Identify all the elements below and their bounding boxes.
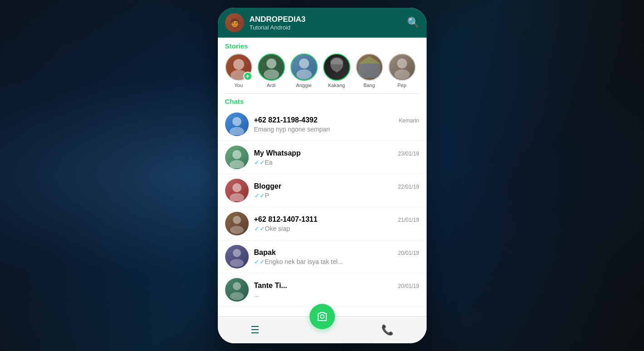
svg-point-21 bbox=[230, 292, 244, 300]
app-header: 🧑 ANDROPEDIA3 Tutorial Android 🔍 bbox=[218, 8, 427, 38]
story-avatar-kakang bbox=[323, 54, 350, 81]
story-name-you: You bbox=[234, 83, 243, 88]
story-avatar-bang bbox=[356, 54, 383, 81]
chat-item-5[interactable]: Bapak 20/01/19 ✓✓Engko nek bar isya tak … bbox=[218, 240, 427, 273]
story-name-pep: Pep bbox=[398, 83, 407, 88]
chat-avatar-4 bbox=[225, 212, 249, 235]
chat-time-4: 21/01/19 bbox=[398, 217, 419, 223]
menu-icon[interactable]: ☰ bbox=[251, 324, 260, 336]
chat-time-5: 20/01/19 bbox=[398, 250, 419, 256]
app-title: ANDROPEDIA3 bbox=[250, 15, 402, 24]
story-avatar-wrap-pep bbox=[388, 54, 416, 81]
svg-point-17 bbox=[230, 226, 244, 234]
phone-icon[interactable]: 📞 bbox=[381, 324, 393, 336]
svg-rect-6 bbox=[359, 63, 380, 78]
header-avatar-icon: 🧑 bbox=[230, 18, 240, 28]
svg-point-16 bbox=[233, 216, 241, 224]
story-avatar-wrap-bang bbox=[356, 54, 383, 81]
stories-list: + You Ardi bbox=[218, 54, 427, 93]
chat-top-2: My Whatsapp 23/01/19 bbox=[254, 149, 419, 157]
story-item-ardi[interactable]: Ardi bbox=[258, 54, 285, 88]
chat-preview-1: Emang nyp ngone sempan bbox=[254, 126, 419, 133]
chat-name-3: Blogger bbox=[254, 182, 281, 190]
chat-name-4: +62 812-1407-1311 bbox=[254, 215, 318, 224]
chat-name-6: Tante Ti... bbox=[254, 282, 287, 290]
svg-point-15 bbox=[230, 193, 244, 201]
story-add-btn[interactable]: + bbox=[243, 72, 252, 81]
svg-point-0 bbox=[233, 59, 244, 70]
story-name-bang: Bang bbox=[364, 83, 375, 88]
story-avatar-wrap-anggie bbox=[290, 54, 318, 81]
chat-preview-4: ✓✓Oke siap bbox=[254, 225, 419, 232]
chat-avatar-5 bbox=[225, 245, 249, 268]
story-avatar-wrap-you: + bbox=[225, 54, 252, 81]
story-item-you[interactable]: + You bbox=[225, 54, 252, 88]
search-icon[interactable]: 🔍 bbox=[407, 17, 419, 29]
bottom-bar: ☰ 📞 bbox=[218, 316, 427, 343]
story-avatar-wrap-kakang bbox=[323, 54, 350, 81]
story-avatar-ardi bbox=[258, 54, 285, 81]
chat-item-6[interactable]: Tante Ti... 20/01/19 ... bbox=[218, 273, 427, 307]
chat-top-5: Bapak 20/01/19 bbox=[254, 249, 419, 257]
story-item-pep[interactable]: Pep bbox=[388, 54, 416, 88]
chat-list: +62 821-1198-4392 Kemarin Emang nyp ngon… bbox=[218, 108, 427, 307]
stories-label: Stories bbox=[218, 42, 427, 54]
chat-item-4[interactable]: +62 812-1407-1311 21/01/19 ✓✓Oke siap bbox=[218, 207, 427, 240]
story-avatar-anggie bbox=[290, 54, 318, 81]
header-info: ANDROPEDIA3 Tutorial Android bbox=[250, 15, 402, 31]
app-subtitle: Tutorial Android bbox=[250, 24, 402, 31]
chat-content-3: Blogger 22/01/19 ✓✓P bbox=[254, 182, 419, 199]
chat-content-2: My Whatsapp 23/01/19 ✓✓Ea bbox=[254, 149, 419, 166]
story-item-bang[interactable]: Bang bbox=[356, 54, 383, 88]
chat-time-6: 20/01/19 bbox=[398, 283, 419, 289]
chat-preview-5: ✓✓Engko nek bar isya tak tel... bbox=[254, 258, 419, 265]
chat-content-6: Tante Ti... 20/01/19 ... bbox=[254, 282, 419, 298]
story-name-ardi: Ardi bbox=[267, 83, 276, 88]
svg-point-18 bbox=[233, 249, 241, 257]
svg-point-2 bbox=[266, 58, 276, 68]
chat-content-5: Bapak 20/01/19 ✓✓Engko nek bar isya tak … bbox=[254, 249, 419, 265]
chat-avatar-1 bbox=[225, 112, 249, 136]
svg-point-10 bbox=[232, 117, 241, 126]
chat-preview-6: ... bbox=[254, 291, 419, 298]
story-name-anggie: Anggie bbox=[296, 83, 311, 88]
chat-avatar-3 bbox=[225, 179, 249, 202]
svg-point-14 bbox=[232, 183, 241, 192]
chat-content-4: +62 812-1407-1311 21/01/19 ✓✓Oke siap bbox=[254, 215, 419, 232]
chat-avatar-6 bbox=[225, 278, 249, 302]
story-item-kakang[interactable]: Kakang bbox=[323, 54, 350, 88]
svg-point-11 bbox=[230, 127, 244, 135]
camera-fab-button[interactable] bbox=[310, 304, 335, 329]
chat-time-2: 23/01/19 bbox=[398, 151, 419, 157]
phone-wrapper: 🧑 ANDROPEDIA3 Tutorial Android 🔍 Stories… bbox=[213, 0, 431, 351]
chat-top-3: Blogger 22/01/19 bbox=[254, 182, 419, 190]
chat-item-2[interactable]: My Whatsapp 23/01/19 ✓✓Ea bbox=[218, 141, 427, 174]
svg-point-5 bbox=[296, 69, 312, 79]
chat-content-1: +62 821-1198-4392 Kemarin Emang nyp ngon… bbox=[254, 116, 419, 133]
svg-point-8 bbox=[397, 58, 407, 68]
svg-point-9 bbox=[394, 69, 410, 79]
chat-preview-3: ✓✓P bbox=[254, 192, 419, 199]
chats-section: Chats +62 821-1198-4392 Kemarin Emang ny… bbox=[218, 94, 427, 316]
chat-preview-2: ✓✓Ea bbox=[254, 159, 419, 166]
story-avatar-pep bbox=[388, 54, 416, 81]
chat-item-1[interactable]: +62 821-1198-4392 Kemarin Emang nyp ngon… bbox=[218, 108, 427, 141]
chat-name-1: +62 821-1198-4392 bbox=[254, 116, 318, 124]
chat-name-5: Bapak bbox=[254, 249, 276, 257]
chat-avatar-2 bbox=[225, 146, 249, 169]
chat-time-1: Kemarin bbox=[399, 117, 419, 124]
chat-item-3[interactable]: Blogger 22/01/19 ✓✓P bbox=[218, 174, 427, 207]
svg-point-19 bbox=[230, 259, 244, 267]
chats-label: Chats bbox=[218, 94, 427, 108]
svg-point-20 bbox=[233, 282, 241, 290]
chat-top-6: Tante Ti... 20/01/19 bbox=[254, 282, 419, 290]
svg-point-13 bbox=[230, 160, 244, 168]
story-item-anggie[interactable]: Anggie bbox=[290, 54, 318, 88]
story-avatar-wrap-ardi bbox=[258, 54, 285, 81]
svg-point-4 bbox=[299, 58, 309, 68]
chat-time-3: 22/01/19 bbox=[398, 184, 419, 190]
svg-point-3 bbox=[264, 69, 279, 79]
phone-screen: 🧑 ANDROPEDIA3 Tutorial Android 🔍 Stories… bbox=[218, 8, 427, 343]
story-name-kakang: Kakang bbox=[328, 83, 345, 88]
header-avatar[interactable]: 🧑 bbox=[225, 13, 244, 32]
